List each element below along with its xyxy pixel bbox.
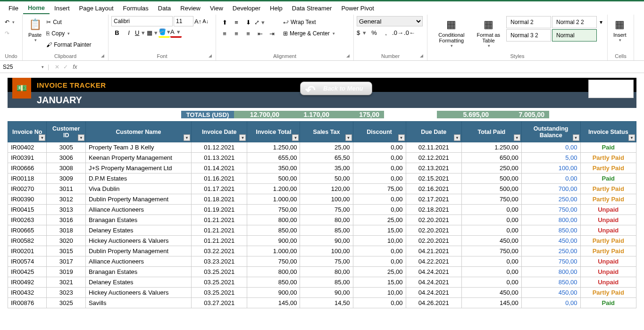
group-undo-label: Undo xyxy=(3,53,19,59)
copy-button[interactable]: ⎘ Copy▾ xyxy=(46,28,91,39)
menu-developer[interactable]: Developer xyxy=(228,3,265,14)
number-dialog-launcher[interactable]: ◢ xyxy=(420,53,426,59)
decrease-indent-button[interactable]: ⇤ xyxy=(254,28,266,39)
menu-insert[interactable]: Insert xyxy=(50,3,75,14)
cancel-formula-icon[interactable]: ✕ xyxy=(53,64,61,70)
align-middle-button[interactable]: ≡ xyxy=(231,17,242,27)
menu-file[interactable]: File xyxy=(4,3,23,14)
filter-button[interactable]: ▼ xyxy=(184,134,190,141)
clipboard-dialog-launcher[interactable]: ◢ xyxy=(101,53,107,59)
bold-button[interactable]: B xyxy=(111,27,123,38)
back-to-menu-button[interactable]: Back to Menu xyxy=(300,82,372,95)
wrap-text-button[interactable]: ⮐ Wrap Text xyxy=(283,17,335,27)
align-left-button[interactable]: ≡ xyxy=(219,28,230,39)
filter-button[interactable]: ▼ xyxy=(514,134,520,141)
format-as-table-button[interactable]: ▦Format as Table▾ xyxy=(473,16,504,49)
insert-cells-button[interactable]: ▦Insert▾ xyxy=(611,16,629,43)
table-row[interactable]: IR004023005Property Team J B Kelly01.12.… xyxy=(8,142,636,153)
comma-format-button[interactable]: , xyxy=(380,27,392,38)
table-row[interactable]: IR003903012Dublin Property Management01.… xyxy=(8,194,636,205)
filter-button[interactable]: ▼ xyxy=(573,134,579,141)
col-header: Invoice Date▼ xyxy=(192,122,247,142)
table-row[interactable]: IR002633016Branagan Estates01.21.2021800… xyxy=(8,215,636,225)
fx-icon[interactable]: fx xyxy=(70,64,80,70)
merge-center-button[interactable]: ⊞ Merge & Center▾ xyxy=(283,28,335,39)
style-normal32[interactable]: Normal 3 2 xyxy=(506,29,551,41)
border-button[interactable]: ▦▾ xyxy=(147,27,158,38)
group-font-label: Font xyxy=(111,53,213,59)
menu-data-streamer[interactable]: Data Streamer xyxy=(287,3,337,14)
orientation-button[interactable]: ⤢▾ xyxy=(254,17,266,27)
accounting-format-button[interactable]: $▾ xyxy=(357,27,368,38)
undo-button[interactable]: ↶▾ xyxy=(5,17,15,27)
table-row[interactable]: IR005743017Alliance Auctioneers03.23.202… xyxy=(8,256,636,267)
filter-button[interactable]: ▼ xyxy=(239,134,246,141)
col-header: Invoice Status▼ xyxy=(580,122,636,142)
name-box[interactable] xyxy=(0,62,41,72)
increase-decimal-button[interactable]: .0→ xyxy=(392,27,403,38)
align-center-button[interactable]: ≡ xyxy=(231,28,242,39)
table-row[interactable]: IR006663008J+S Property Management Ltd01… xyxy=(8,163,636,173)
table-row[interactable]: IR001183009D.P.M Estates01.16.2021500,00… xyxy=(8,173,636,184)
decrease-decimal-button[interactable]: .0← xyxy=(404,27,415,38)
alignment-dialog-launcher[interactable]: ◢ xyxy=(346,53,352,59)
number-format-select[interactable]: General xyxy=(357,16,423,26)
styles-more-button[interactable]: ▾ xyxy=(600,17,602,27)
table-row[interactable]: IR008763025Savills03.27.2021145,0014,500… xyxy=(8,298,636,308)
menu-review[interactable]: Review xyxy=(176,3,205,14)
menu-power-pivot[interactable]: Power Pivot xyxy=(336,3,378,14)
ribbon: ↶▾ ↷ Undo 📋Paste▾ ✂ Cut ⎘ Copy▾ 🖌 Format… xyxy=(0,15,644,61)
filter-button[interactable]: ▼ xyxy=(628,134,635,141)
percent-format-button[interactable]: % xyxy=(368,27,380,38)
totals-label: TOTALS (USD) xyxy=(181,111,234,118)
formula-bar[interactable] xyxy=(80,62,644,72)
font-color-button[interactable]: A▾ xyxy=(170,27,182,38)
redo-button[interactable]: ↷ xyxy=(5,28,15,39)
align-top-button[interactable]: ⬆ xyxy=(219,17,230,27)
menu-page-layout[interactable]: Page Layout xyxy=(75,3,118,14)
table-row[interactable]: IR004153013Alliance Auctioneers01.19.202… xyxy=(8,205,636,215)
table-row[interactable]: IR004323023Hickey Auctioneers & Valuers0… xyxy=(8,288,636,298)
table-row[interactable]: IR006653018Delaney Estates01.21.2021850,… xyxy=(8,225,636,236)
menu-data[interactable]: Data xyxy=(153,3,176,14)
decrease-font-button[interactable]: A↓ xyxy=(202,18,209,24)
style-normal[interactable]: Normal xyxy=(552,29,597,41)
increase-indent-button[interactable]: ⇥ xyxy=(266,28,277,39)
enter-formula-icon[interactable]: ✓ xyxy=(61,64,70,70)
align-bottom-button[interactable]: ⬇ xyxy=(243,17,254,27)
format-painter-button[interactable]: 🖌 Format Painter xyxy=(46,40,91,50)
font-name-select[interactable] xyxy=(111,16,173,26)
table-row[interactable]: IR003913006Keenan Property Management01.… xyxy=(8,153,636,163)
underline-button[interactable]: U▾ xyxy=(135,27,146,38)
paste-button[interactable]: 📋Paste▾ xyxy=(25,16,44,43)
filter-button[interactable]: ▼ xyxy=(398,134,405,141)
worksheet-area[interactable]: 💵 INVOICE TRACKER JANUARY Back to Menu s… xyxy=(0,73,644,330)
filter-button[interactable]: ▼ xyxy=(39,134,45,141)
conditional-formatting-button[interactable]: ▦Conditional Formatting▾ xyxy=(430,16,473,49)
menu-view[interactable]: View xyxy=(205,3,228,14)
table-row[interactable]: IR004253019Branagan Estates03.25.2021800… xyxy=(8,267,636,277)
col-header: Sales Tax▼ xyxy=(300,122,353,142)
tracker-icon: 💵 xyxy=(12,78,31,99)
align-right-button[interactable]: ≡ xyxy=(243,28,254,39)
table-row[interactable]: IR005823020Hickey Auctioneers & Valuers0… xyxy=(8,236,636,246)
totals-row: TOTALS (USD) 12.700,00 1.170,00 175,00 5… xyxy=(8,111,636,118)
table-row[interactable]: IR004923021Delaney Estates03.25.2021850,… xyxy=(8,277,636,288)
style-normal2[interactable]: Normal 2 xyxy=(506,16,551,28)
fill-color-button[interactable]: 🪣▾ xyxy=(159,27,170,38)
italic-button[interactable]: I xyxy=(123,27,134,38)
filter-button[interactable]: ▼ xyxy=(345,134,352,141)
table-row[interactable]: IR002013015Dublin Property Management03.… xyxy=(8,246,636,256)
menu-home[interactable]: Home xyxy=(23,2,50,14)
table-row[interactable]: IR002703011Viva Dublin01.17.20211.200,00… xyxy=(8,184,636,194)
menu-formulas[interactable]: Formulas xyxy=(118,3,153,14)
filter-button[interactable]: ▼ xyxy=(78,134,84,141)
filter-button[interactable]: ▼ xyxy=(454,134,460,141)
increase-font-button[interactable]: A↑ xyxy=(194,18,201,25)
font-dialog-launcher[interactable]: ◢ xyxy=(209,53,214,59)
cut-button[interactable]: ✂ Cut xyxy=(46,17,91,27)
style-normal22[interactable]: Normal 2 2 xyxy=(552,16,597,28)
font-size-select[interactable] xyxy=(174,16,193,26)
menu-help[interactable]: Help xyxy=(265,3,287,14)
filter-button[interactable]: ▼ xyxy=(292,134,299,141)
